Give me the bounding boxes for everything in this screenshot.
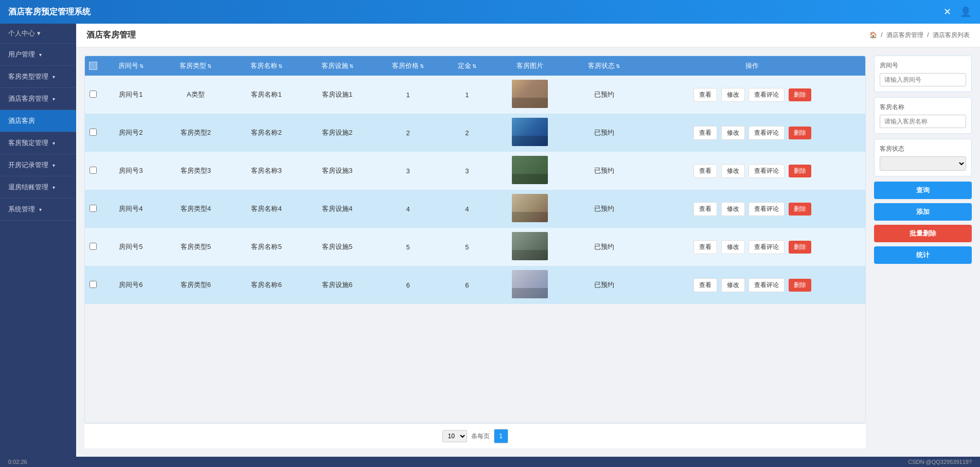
row-checkbox-cell[interactable] — [85, 76, 101, 114]
cell-status: 已预约 — [568, 190, 639, 228]
view-button[interactable]: 查看 — [693, 88, 717, 102]
sidebar-item-hotel-room-mgmt[interactable]: 酒店客房管理 ▾ — [0, 88, 76, 110]
delete-button[interactable]: 删除 — [789, 241, 811, 254]
col-deposit[interactable]: 定金⇅ — [443, 56, 491, 76]
cell-room-no: 房间号5 — [101, 228, 161, 266]
edit-button[interactable]: 修改 — [721, 278, 745, 292]
main-content: 酒店客房管理 🏠 / 酒店客房管理 / 酒店客房列表 房间号⇅ — [76, 24, 980, 457]
col-image: 客房图片 — [491, 56, 569, 76]
room-no-input[interactable] — [880, 73, 966, 86]
filter-room-no: 房间号 — [874, 56, 972, 92]
comment-button[interactable]: 查看评论 — [749, 278, 785, 292]
cell-price: 2 — [372, 114, 443, 152]
edit-button[interactable]: 修改 — [721, 164, 745, 178]
col-room-name[interactable]: 客房名称⇅ — [231, 56, 302, 76]
cell-room-type: A类型 — [161, 76, 231, 114]
col-price[interactable]: 客房价格⇅ — [372, 56, 443, 76]
delete-button[interactable]: 删除 — [789, 88, 811, 101]
cell-room-type: 客房类型4 — [161, 190, 231, 228]
cell-room-name: 客房名称1 — [231, 76, 302, 114]
table-wrapper: 房间号⇅ 客房类型⇅ 客房名称⇅ 客房设施⇅ 客房价格⇅ 定金⇅ 客房图片 客房… — [84, 56, 866, 423]
view-button[interactable]: 查看 — [693, 164, 717, 178]
sidebar-item-label: 酒店客房管理 ▾ — [8, 95, 55, 102]
add-button[interactable]: 添加 — [874, 203, 972, 221]
edit-button[interactable]: 修改 — [721, 126, 745, 140]
cell-price: 4 — [372, 190, 443, 228]
delete-button[interactable]: 删除 — [789, 203, 811, 215]
page-number-btn[interactable]: 1 — [494, 429, 508, 443]
row-checkbox[interactable] — [90, 91, 97, 98]
row-checkbox[interactable] — [90, 129, 97, 136]
query-button[interactable]: 查询 — [874, 182, 972, 199]
sidebar-item-label: 酒店客房 — [8, 117, 35, 124]
row-checkbox[interactable] — [90, 243, 97, 250]
batch-delete-button[interactable]: 批量删除 — [874, 225, 972, 242]
col-facilities[interactable]: 客房设施⇅ — [302, 56, 373, 76]
sidebar-item-user-mgmt[interactable]: 用户管理 ▾ — [0, 44, 76, 66]
sidebar-item-label: 退房结账管理 ▾ — [8, 183, 55, 191]
row-checkbox[interactable] — [90, 167, 97, 174]
sidebar-item-system-mgmt[interactable]: 系统管理 ▾ — [0, 199, 76, 221]
room-status-select[interactable]: 已预约 空闲 — [880, 156, 966, 171]
sidebar-item-checkin-mgmt[interactable]: 开房记录管理 ▾ — [0, 154, 76, 176]
header-checkbox-cell[interactable] — [85, 56, 101, 76]
cell-status: 已预约 — [568, 114, 639, 152]
col-room-type[interactable]: 客房类型⇅ — [161, 56, 231, 76]
table-row: 房间号1 A类型 客房名称1 客房设施1 1 1 已预约 查看 修改 查看评论 … — [85, 76, 865, 114]
edit-button[interactable]: 修改 — [721, 88, 745, 102]
row-checkbox[interactable] — [90, 281, 97, 288]
close-icon[interactable]: ✕ — [941, 6, 953, 18]
breadcrumb-hotel-room-mgmt[interactable]: 酒店客房管理 — [886, 31, 923, 39]
room-name-filter-label: 客房名称 — [880, 103, 966, 112]
header-icons: ✕ 👤 — [941, 6, 972, 18]
sidebar-item-room-type-mgmt[interactable]: 客房类型管理 ▾ — [0, 66, 76, 88]
row-checkbox-cell[interactable] — [85, 266, 101, 304]
edit-button[interactable]: 修改 — [721, 202, 745, 216]
view-button[interactable]: 查看 — [693, 126, 717, 140]
row-checkbox-cell[interactable] — [85, 114, 101, 152]
room-image — [512, 194, 548, 222]
edit-button[interactable]: 修改 — [721, 240, 745, 254]
sidebar-item-booking-mgmt[interactable]: 客房预定管理 ▾ — [0, 132, 76, 154]
cell-price: 5 — [372, 228, 443, 266]
sidebar-item-checkout-mgmt[interactable]: 退房结账管理 ▾ — [0, 176, 76, 199]
cell-status: 已预约 — [568, 266, 639, 304]
table-row: 房间号2 客房类型2 客房名称2 客房设施2 2 2 已预约 查看 修改 查看评… — [85, 114, 865, 152]
col-status[interactable]: 客房状态⇅ — [568, 56, 639, 76]
row-checkbox-cell[interactable] — [85, 228, 101, 266]
view-button[interactable]: 查看 — [693, 278, 717, 292]
pagination: 10 20 50 条每页 1 — [84, 423, 866, 448]
sidebar-item-hotel-room[interactable]: 酒店客房 — [0, 110, 76, 132]
row-checkbox-cell[interactable] — [85, 152, 101, 190]
row-checkbox-cell[interactable] — [85, 190, 101, 228]
per-page-label: 条每页 — [471, 432, 490, 441]
stats-button[interactable]: 统计 — [874, 246, 972, 264]
row-checkbox[interactable] — [90, 205, 97, 212]
cell-room-no: 房间号6 — [101, 266, 161, 304]
comment-button[interactable]: 查看评论 — [749, 240, 785, 254]
cell-actions: 查看 修改 查看评论 删除 — [639, 266, 865, 304]
delete-button[interactable]: 删除 — [789, 127, 811, 139]
view-button[interactable]: 查看 — [693, 240, 717, 254]
delete-button[interactable]: 删除 — [789, 279, 811, 292]
col-room-no[interactable]: 房间号⇅ — [101, 56, 161, 76]
room-status-filter-label: 客房状态 — [880, 145, 966, 153]
comment-button[interactable]: 查看评论 — [749, 88, 785, 102]
page-size-select[interactable]: 10 20 50 — [442, 430, 467, 442]
user-icon[interactable]: 👤 — [959, 6, 972, 18]
view-button[interactable]: 查看 — [693, 202, 717, 216]
cell-facilities: 客房设施5 — [302, 228, 373, 266]
cell-facilities: 客房设施1 — [302, 76, 373, 114]
sidebar-personal[interactable]: 个人中心 ▾ — [0, 24, 76, 44]
room-name-input[interactable] — [880, 115, 966, 128]
cell-actions: 查看 修改 查看评论 删除 — [639, 114, 865, 152]
cell-room-name: 客房名称2 — [231, 114, 302, 152]
room-image — [512, 80, 548, 108]
cell-room-type: 客房类型6 — [161, 266, 231, 304]
comment-button[interactable]: 查看评论 — [749, 126, 785, 140]
rooms-table: 房间号⇅ 客房类型⇅ 客房名称⇅ 客房设施⇅ 客房价格⇅ 定金⇅ 客房图片 客房… — [85, 56, 865, 304]
comment-button[interactable]: 查看评论 — [749, 202, 785, 216]
breadcrumb-home[interactable]: 🏠 — [869, 31, 877, 39]
delete-button[interactable]: 删除 — [789, 165, 811, 177]
comment-button[interactable]: 查看评论 — [749, 164, 785, 178]
